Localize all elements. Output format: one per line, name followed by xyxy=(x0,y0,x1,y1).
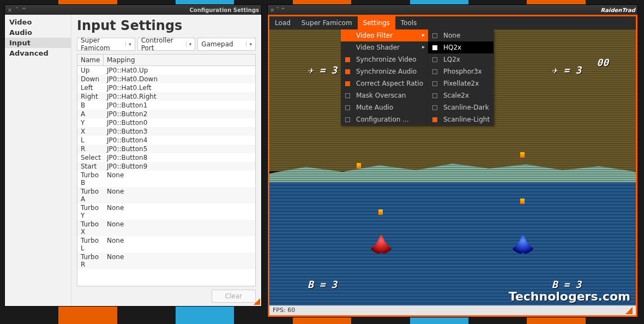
filter-item-scanline-light[interactable]: Scanline-Light xyxy=(428,113,493,125)
mapping-value: JP0::Hat0.Up xyxy=(104,66,255,75)
filter-item-none[interactable]: None xyxy=(428,29,493,41)
sidebar-item-advanced[interactable]: Advanced xyxy=(5,48,71,58)
resize-grip-icon[interactable] xyxy=(254,298,260,305)
menu-item-correct-aspect-ratio[interactable]: Correct Aspect Ratio xyxy=(341,77,428,89)
menu-super-famicom[interactable]: Super Famicom xyxy=(296,16,358,29)
menu-item-label: Configuration ... xyxy=(356,116,409,123)
filter-item-lq2x[interactable]: LQ2x xyxy=(428,53,493,65)
filter-item-scale2x[interactable]: Scale2x xyxy=(428,89,493,101)
table-row[interactable]: LJP0::Button4 xyxy=(77,136,255,145)
mapping-name: Y xyxy=(77,118,104,127)
menu-item-synchronize-video[interactable]: Synchronize Video xyxy=(341,53,428,65)
mapping-value: JP0::Button9 xyxy=(104,162,255,171)
maximize-icon[interactable]: ^ xyxy=(281,7,285,13)
mapping-value: JP0::Hat0.Left xyxy=(104,83,255,92)
menu-item-label: Synchronize Audio xyxy=(356,68,417,75)
chevron-down-icon: ▾ xyxy=(246,41,252,47)
sidebar-item-video[interactable]: Video xyxy=(5,17,71,27)
filter-item-phosphor3x[interactable]: Phosphor3x xyxy=(428,65,493,77)
page-title: Input Settings xyxy=(77,18,256,33)
config-sidebar: VideoAudioInputAdvanced xyxy=(5,15,71,306)
menu-item-video-shader[interactable]: Video Shader▸ xyxy=(341,41,428,53)
mapping-value: JP0::Hat0.Down xyxy=(104,75,255,83)
mapping-table[interactable]: Name Mapping UpJP0::Hat0.UpDownJP0::Hat0… xyxy=(77,54,256,286)
menu-load[interactable]: Load xyxy=(269,16,296,29)
table-row[interactable]: Turbo ANone xyxy=(77,187,255,203)
mapping-name: A xyxy=(77,110,104,118)
mapping-value: JP0::Button2 xyxy=(104,110,255,118)
maximize-icon[interactable]: ^ xyxy=(21,7,27,13)
table-row[interactable]: Turbo YNone xyxy=(77,203,255,220)
filter-label: Scanline-Dark xyxy=(443,104,489,111)
sidebar-item-audio[interactable]: Audio xyxy=(5,27,71,38)
close-icon[interactable]: × xyxy=(270,7,274,13)
menu-settings[interactable]: Settings xyxy=(358,16,395,29)
menu-item-synchronize-audio[interactable]: Synchronize Audio xyxy=(341,65,428,77)
checkbox-icon xyxy=(432,93,437,98)
selector-2[interactable]: Gamepad▾ xyxy=(197,38,256,51)
emu-menubar: LoadSuper FamicomSettingsTools xyxy=(269,16,636,29)
emulator-window: × ˇ ^ RaidenTrad LoadSuper FamicomSettin… xyxy=(267,4,638,317)
minimize-icon[interactable]: ˇ xyxy=(276,7,279,13)
table-row[interactable]: UpJP0::Hat0.Up xyxy=(77,66,255,75)
table-row[interactable]: YJP0::Button0 xyxy=(77,118,255,127)
mapping-name: Up xyxy=(77,66,104,75)
menu-item-mute-audio[interactable]: Mute Audio xyxy=(341,101,428,113)
filter-item-scanline-dark[interactable]: Scanline-Dark xyxy=(428,101,493,113)
table-row[interactable]: Turbo XNone xyxy=(77,220,255,236)
mapping-name: Turbo X xyxy=(77,220,104,236)
menu-item-configuration-[interactable]: Configuration ... xyxy=(341,113,428,125)
chevron-down-icon: ▾ xyxy=(186,41,192,47)
selector-1[interactable]: Controller Port▾ xyxy=(137,38,196,51)
menu-item-mask-overscan[interactable]: Mask Overscan xyxy=(341,89,428,101)
mapping-name: B xyxy=(77,101,104,110)
checkbox-icon xyxy=(345,57,350,62)
clear-button[interactable]: Clear xyxy=(212,290,256,303)
col-mapping[interactable]: Mapping xyxy=(104,55,255,65)
checkbox-icon xyxy=(345,69,350,74)
table-row[interactable]: DownJP0::Hat0.Down xyxy=(77,75,255,83)
close-icon[interactable]: × xyxy=(7,7,13,13)
emu-titlebar[interactable]: × ˇ ^ RaidenTrad xyxy=(268,5,637,15)
table-row[interactable]: LeftJP0::Hat0.Left xyxy=(77,83,255,92)
mapping-value: JP0::Button1 xyxy=(104,101,255,110)
game-viewport[interactable]: ✈ = 3 ✈ = 3 00 B = 3 B = 3 Technologers.… xyxy=(269,29,636,305)
mapping-value: JP0::Hat0.Right xyxy=(104,92,255,101)
menu-tools[interactable]: Tools xyxy=(395,16,423,29)
table-row[interactable]: Turbo RNone xyxy=(77,253,255,269)
mapping-value: None xyxy=(104,187,255,203)
menu-item-video-filter[interactable]: Video Filter▸ xyxy=(341,29,428,41)
resize-grip-icon[interactable] xyxy=(626,307,633,314)
watermark-text: Technologers.com xyxy=(509,290,630,303)
col-name[interactable]: Name xyxy=(77,55,104,65)
config-titlebar[interactable]: × ˇ ^ Configuration Settings xyxy=(5,5,261,15)
mapping-value: JP0::Button5 xyxy=(104,145,255,153)
filter-item-pixellate2x[interactable]: Pixellate2x xyxy=(428,77,493,89)
configuration-window: × ˇ ^ Configuration Settings VideoAudioI… xyxy=(4,4,262,307)
checkbox-icon xyxy=(432,81,437,86)
menu-item-label: Mute Audio xyxy=(356,104,393,111)
table-row[interactable]: RJP0::Button5 xyxy=(77,145,255,153)
selector-row: Super Famicom▾Controller Port▾Gamepad▾ xyxy=(77,38,256,51)
selector-0[interactable]: Super Famicom▾ xyxy=(77,38,135,51)
mapping-name: Down xyxy=(77,75,104,83)
table-row[interactable]: RightJP0::Hat0.Right xyxy=(77,92,255,101)
table-row[interactable]: XJP0::Button3 xyxy=(77,127,255,136)
table-row[interactable]: AJP0::Button2 xyxy=(77,110,255,118)
filter-label: LQ2x xyxy=(443,56,460,63)
checkbox-icon xyxy=(432,105,437,110)
minimize-icon[interactable]: ˇ xyxy=(14,7,20,13)
checkbox-icon xyxy=(432,69,437,74)
table-row[interactable]: SelectJP0::Button8 xyxy=(77,153,255,162)
sidebar-item-input[interactable]: Input xyxy=(5,38,71,48)
table-row[interactable]: Turbo LNone xyxy=(77,236,255,253)
filter-item-hq2x[interactable]: HQ2x xyxy=(428,41,493,53)
table-row[interactable]: Turbo BNone xyxy=(77,171,255,187)
checkbox-icon xyxy=(432,117,437,122)
mapping-value: JP0::Button4 xyxy=(104,136,255,145)
bullet-icon xyxy=(378,209,383,215)
selector-label: Super Famicom xyxy=(81,37,125,52)
table-row[interactable]: StartJP0::Button9 xyxy=(77,162,255,171)
hud-p2-bombs: B = 3 xyxy=(552,279,581,290)
table-row[interactable]: BJP0::Button1 xyxy=(77,101,255,110)
